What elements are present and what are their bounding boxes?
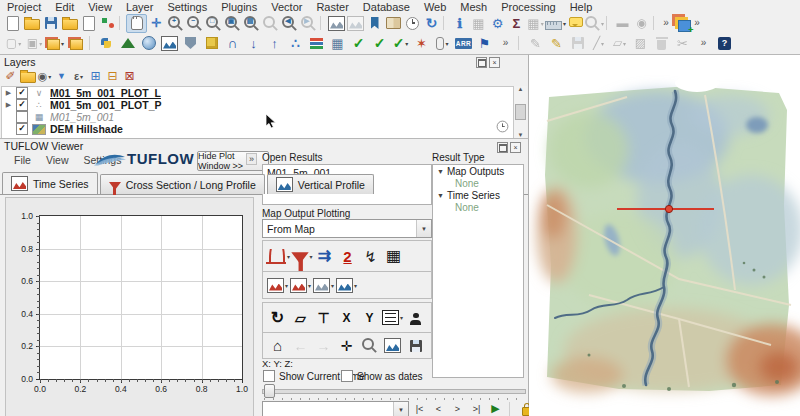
zoom-last[interactable]: ◀	[280, 15, 299, 32]
flip-secondary-axis[interactable]: ⊤	[312, 307, 335, 329]
export-data-tool[interactable]: ↑	[264, 33, 285, 53]
dropdown-arrow-icon[interactable]: ▾	[354, 282, 357, 289]
plot-curtain-cursor[interactable]: ↯	[359, 245, 382, 267]
time-slider[interactable]	[262, 384, 526, 396]
layer-name[interactable]: M01_5m_001	[50, 111, 114, 123]
diagram-toolbar[interactable]: ◉	[632, 15, 651, 32]
tree-item-map-outputs[interactable]: ▼Map Outputs	[433, 165, 523, 177]
menu-project[interactable]: Project	[0, 1, 48, 13]
delete-selected[interactable]	[651, 33, 672, 53]
plot-widget[interactable]: 0.00.20.40.60.81.00.00.20.40.60.81.0	[5, 197, 254, 416]
float-panel-button[interactable]	[476, 57, 487, 68]
menu-plugins[interactable]: Plugins	[214, 1, 264, 13]
import-data-tool[interactable]: ↓	[243, 33, 264, 53]
menu-vector[interactable]: Vector	[264, 1, 309, 13]
cut-features[interactable]: ✂	[672, 33, 693, 53]
plot-grid[interactable]: ▦	[382, 245, 405, 267]
new-project[interactable]	[3, 15, 22, 32]
help[interactable]: ?	[714, 33, 735, 53]
open-attribute-table[interactable]: ▦	[469, 15, 488, 32]
add-group[interactable]	[19, 69, 36, 84]
temporal-controller[interactable]	[403, 15, 422, 32]
result-type-tree[interactable]: ▼Map OutputsNone▼Time SeriesNone	[432, 164, 524, 378]
open-layer-styling[interactable]: ✐	[2, 69, 19, 84]
batch-plot-vertical-profile[interactable]: ▾	[335, 274, 358, 296]
refresh-map[interactable]: ↻	[422, 15, 441, 32]
statistical-summary[interactable]: Σ	[507, 15, 526, 32]
expand-arrow-icon[interactable]: ▶	[5, 89, 12, 97]
toolbar-extension-2[interactable]: »	[691, 15, 703, 32]
plot-timeseries-from-map[interactable]: ▾	[266, 245, 290, 267]
layer-row[interactable]: ✓DEM Hillshade	[2, 123, 515, 135]
mesh-map-tool[interactable]	[159, 33, 180, 53]
menu-mesh[interactable]: Mesh	[453, 1, 494, 13]
menu-help[interactable]: Help	[563, 1, 600, 13]
open-project[interactable]	[22, 15, 41, 32]
data-source-manager[interactable]	[672, 15, 691, 32]
layer-visibility-checkbox[interactable]: ✓	[16, 87, 28, 99]
remove-layer[interactable]: ⊠	[121, 69, 138, 84]
add-line-feature[interactable]: ╱▾	[588, 33, 609, 53]
zoom-to-layer[interactable]: ▤	[242, 15, 261, 32]
gps-arch-tool[interactable]: ∩	[222, 33, 243, 53]
menu-web[interactable]: Web	[417, 1, 453, 13]
layer-row[interactable]: ▶✓∴M01_5m_001_PLOT_P	[2, 99, 515, 111]
tree-collapse-icon[interactable]: ▼	[437, 192, 444, 199]
tab-vertical-profile[interactable]: Vertical Profile	[267, 174, 374, 194]
plot-flux[interactable]: ⇉	[313, 245, 336, 267]
last-timestep-button[interactable]: >|	[469, 401, 484, 416]
timestep-combo[interactable]: ▼	[262, 401, 409, 416]
menu-layer[interactable]: Layer	[119, 1, 161, 13]
zoom-next[interactable]: ▶	[299, 15, 318, 32]
select-by-location[interactable]	[66, 33, 87, 53]
next-timestep-button[interactable]: >	[450, 401, 465, 416]
menu-database[interactable]: Database	[356, 1, 417, 13]
dropdown-arrow-icon[interactable]: ▾	[623, 40, 626, 47]
y-axis-limits[interactable]: Y	[358, 307, 381, 329]
zoom-to-selection[interactable]: ▣	[223, 15, 242, 32]
plot-zoom[interactable]	[358, 335, 381, 357]
style-manager[interactable]	[98, 15, 117, 32]
combo-arrow-icon[interactable]: ▼	[393, 402, 408, 416]
plot-pan[interactable]: ✛	[335, 335, 358, 357]
plot-flux-secondary[interactable]: 2	[336, 245, 359, 267]
top-toolbox[interactable]: ∴	[285, 33, 306, 53]
new-map-view[interactable]	[327, 15, 346, 32]
slider-handle[interactable]	[264, 384, 275, 398]
toolbar-extension-1[interactable]: »	[660, 15, 672, 32]
filter-legend[interactable]: ▼	[53, 69, 70, 84]
collapse-all[interactable]: ⊟	[104, 69, 121, 84]
copy-features[interactable]: ▣▾	[24, 33, 45, 53]
layer-row[interactable]: ▶✓∨M01_5m_001_PLOT_L	[2, 87, 515, 99]
georeferencer[interactable]: ▾	[585, 15, 604, 32]
tab-time-series[interactable]: Time Series	[2, 172, 98, 194]
dropdown-arrow-icon[interactable]: ▾	[405, 40, 408, 47]
user-plot-settings[interactable]	[404, 307, 427, 329]
layer-name[interactable]: DEM Hillshade	[50, 123, 123, 135]
layer-row[interactable]: ▦M01_5m_001	[2, 111, 515, 123]
dropdown-arrow-icon[interactable]: ▾	[285, 282, 288, 289]
cube-3d-tool[interactable]	[201, 33, 222, 53]
attachment-tool[interactable]: ▾	[432, 33, 453, 53]
layer-visibility-checkbox[interactable]: ✓	[16, 99, 28, 111]
menu-processing[interactable]: Processing	[494, 1, 562, 13]
dropdown-arrow-icon[interactable]: ▾	[400, 314, 403, 321]
toolbar-extension-3[interactable]: »	[495, 33, 516, 53]
zoom-native-resolution[interactable]	[261, 15, 280, 32]
dropdown-arrow-icon[interactable]: ▾	[601, 40, 604, 47]
zoom-full-extent[interactable]: □	[204, 15, 223, 32]
layer-visibility-checkbox[interactable]: ✓	[16, 123, 28, 135]
map-grid-tool[interactable]: ▦	[327, 33, 348, 53]
menu-view[interactable]: View	[81, 1, 119, 13]
close-panel-button[interactable]: ×	[510, 142, 521, 153]
toggle-editing[interactable]: ✎	[546, 33, 567, 53]
panel-extension-button[interactable]: »	[246, 153, 257, 165]
filter-by-expression[interactable]: ε▾	[70, 69, 87, 84]
scroll-thumb[interactable]	[515, 104, 526, 120]
dropdown-arrow-icon[interactable]: ▾	[48, 73, 51, 80]
pan-to-selection[interactable]: ✛	[147, 15, 166, 32]
menu-raster[interactable]: Raster	[309, 1, 355, 13]
legend-options[interactable]: ▾	[381, 307, 404, 329]
tuflow-check-1[interactable]: ✓	[348, 33, 369, 53]
layer-visibility-checkbox[interactable]	[16, 111, 28, 123]
